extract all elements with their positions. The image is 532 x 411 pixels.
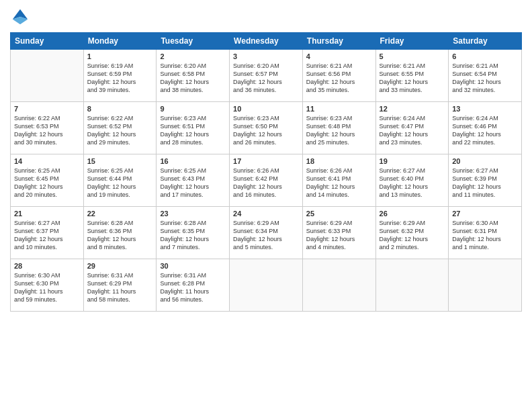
calendar-cell: 19Sunrise: 6:27 AM Sunset: 6:40 PM Dayli…	[375, 154, 449, 207]
calendar-cell: 4Sunrise: 6:21 AM Sunset: 6:56 PM Daylig…	[302, 50, 375, 102]
day-number: 20	[452, 157, 518, 165]
calendar-header: SundayMondayTuesdayWednesdayThursdayFrid…	[11, 33, 522, 50]
day-number: 24	[233, 210, 299, 218]
calendar-cell: 27Sunrise: 6:30 AM Sunset: 6:31 PM Dayli…	[449, 207, 522, 259]
calendar-cell	[302, 259, 375, 312]
week-row-4: 28Sunrise: 6:30 AM Sunset: 6:30 PM Dayli…	[11, 259, 522, 312]
day-info: Sunrise: 6:27 AM Sunset: 6:39 PM Dayligh…	[452, 167, 518, 199]
day-info: Sunrise: 6:24 AM Sunset: 6:46 PM Dayligh…	[452, 114, 518, 147]
day-info: Sunrise: 6:28 AM Sunset: 6:35 PM Dayligh…	[160, 219, 226, 252]
calendar-cell: 21Sunrise: 6:27 AM Sunset: 6:37 PM Dayli…	[11, 207, 84, 259]
day-number: 9	[160, 105, 226, 113]
calendar-cell: 12Sunrise: 6:24 AM Sunset: 6:47 PM Dayli…	[375, 102, 449, 154]
day-number: 4	[306, 52, 372, 60]
week-row-1: 7Sunrise: 6:22 AM Sunset: 6:53 PM Daylig…	[11, 102, 522, 154]
day-number: 22	[87, 210, 153, 218]
day-number: 13	[452, 105, 518, 113]
header-cell-tuesday: Tuesday	[157, 33, 230, 50]
calendar-cell: 3Sunrise: 6:20 AM Sunset: 6:57 PM Daylig…	[230, 50, 303, 102]
day-info: Sunrise: 6:31 AM Sunset: 6:28 PM Dayligh…	[160, 271, 226, 304]
week-row-2: 14Sunrise: 6:25 AM Sunset: 6:45 PM Dayli…	[11, 154, 522, 207]
day-info: Sunrise: 6:20 AM Sunset: 6:58 PM Dayligh…	[160, 62, 226, 95]
calendar-cell: 17Sunrise: 6:26 AM Sunset: 6:42 PM Dayli…	[230, 154, 303, 207]
header-cell-sunday: Sunday	[11, 33, 84, 50]
header-cell-thursday: Thursday	[302, 33, 375, 50]
day-number: 30	[160, 262, 226, 270]
day-info: Sunrise: 6:31 AM Sunset: 6:29 PM Dayligh…	[87, 271, 153, 304]
calendar-cell: 10Sunrise: 6:23 AM Sunset: 6:50 PM Dayli…	[230, 102, 303, 154]
day-number: 19	[380, 157, 445, 165]
day-info: Sunrise: 6:22 AM Sunset: 6:53 PM Dayligh…	[14, 114, 80, 147]
day-info: Sunrise: 6:29 AM Sunset: 6:33 PM Dayligh…	[306, 219, 372, 252]
day-number: 11	[306, 105, 372, 113]
day-info: Sunrise: 6:25 AM Sunset: 6:45 PM Dayligh…	[14, 167, 80, 199]
day-number: 29	[87, 262, 153, 270]
day-info: Sunrise: 6:30 AM Sunset: 6:31 PM Dayligh…	[452, 219, 518, 252]
day-info: Sunrise: 6:30 AM Sunset: 6:30 PM Dayligh…	[14, 271, 80, 304]
header-cell-friday: Friday	[375, 33, 449, 50]
calendar-cell: 16Sunrise: 6:25 AM Sunset: 6:43 PM Dayli…	[157, 154, 230, 207]
week-row-0: 1Sunrise: 6:19 AM Sunset: 6:59 PM Daylig…	[11, 50, 522, 102]
day-info: Sunrise: 6:25 AM Sunset: 6:43 PM Dayligh…	[160, 167, 226, 199]
calendar-cell: 20Sunrise: 6:27 AM Sunset: 6:39 PM Dayli…	[449, 154, 522, 207]
day-number: 26	[380, 210, 445, 218]
day-number: 28	[14, 262, 80, 270]
day-number: 23	[160, 210, 226, 218]
day-info: Sunrise: 6:25 AM Sunset: 6:44 PM Dayligh…	[87, 167, 153, 199]
calendar-cell: 25Sunrise: 6:29 AM Sunset: 6:33 PM Dayli…	[302, 207, 375, 259]
day-info: Sunrise: 6:21 AM Sunset: 6:55 PM Dayligh…	[380, 62, 445, 95]
calendar-cell: 7Sunrise: 6:22 AM Sunset: 6:53 PM Daylig…	[11, 102, 84, 154]
day-info: Sunrise: 6:24 AM Sunset: 6:47 PM Dayligh…	[380, 114, 445, 147]
day-number: 8	[87, 105, 153, 113]
day-info: Sunrise: 6:27 AM Sunset: 6:40 PM Dayligh…	[380, 167, 445, 199]
day-number: 25	[306, 210, 372, 218]
day-info: Sunrise: 6:26 AM Sunset: 6:41 PM Dayligh…	[306, 167, 372, 199]
calendar-cell: 9Sunrise: 6:23 AM Sunset: 6:51 PM Daylig…	[157, 102, 230, 154]
header-row: SundayMondayTuesdayWednesdayThursdayFrid…	[11, 33, 522, 50]
day-number: 16	[160, 157, 226, 165]
calendar-cell: 15Sunrise: 6:25 AM Sunset: 6:44 PM Dayli…	[83, 154, 157, 207]
day-number: 15	[87, 157, 153, 165]
logo	[10, 7, 33, 27]
day-info: Sunrise: 6:21 AM Sunset: 6:56 PM Dayligh…	[306, 62, 372, 95]
day-number: 14	[14, 157, 80, 165]
day-number: 3	[233, 52, 299, 60]
day-number: 12	[380, 105, 445, 113]
header	[10, 7, 522, 27]
calendar-cell: 14Sunrise: 6:25 AM Sunset: 6:45 PM Dayli…	[11, 154, 84, 207]
calendar-cell: 13Sunrise: 6:24 AM Sunset: 6:46 PM Dayli…	[449, 102, 522, 154]
week-row-3: 21Sunrise: 6:27 AM Sunset: 6:37 PM Dayli…	[11, 207, 522, 259]
calendar-cell	[449, 259, 522, 312]
calendar-cell: 23Sunrise: 6:28 AM Sunset: 6:35 PM Dayli…	[157, 207, 230, 259]
calendar-cell: 1Sunrise: 6:19 AM Sunset: 6:59 PM Daylig…	[83, 50, 157, 102]
day-number: 1	[87, 52, 153, 60]
header-cell-saturday: Saturday	[449, 33, 522, 50]
page: SundayMondayTuesdayWednesdayThursdayFrid…	[0, 0, 532, 411]
calendar-cell: 8Sunrise: 6:22 AM Sunset: 6:52 PM Daylig…	[83, 102, 157, 154]
calendar-cell: 6Sunrise: 6:21 AM Sunset: 6:54 PM Daylig…	[449, 50, 522, 102]
day-info: Sunrise: 6:23 AM Sunset: 6:48 PM Dayligh…	[306, 114, 372, 147]
calendar-cell: 30Sunrise: 6:31 AM Sunset: 6:28 PM Dayli…	[157, 259, 230, 312]
calendar-cell: 18Sunrise: 6:26 AM Sunset: 6:41 PM Dayli…	[302, 154, 375, 207]
day-number: 21	[14, 210, 80, 218]
day-number: 2	[160, 52, 226, 60]
calendar-cell	[230, 259, 303, 312]
day-info: Sunrise: 6:19 AM Sunset: 6:59 PM Dayligh…	[87, 62, 153, 95]
day-info: Sunrise: 6:22 AM Sunset: 6:52 PM Dayligh…	[87, 114, 153, 147]
calendar-cell: 2Sunrise: 6:20 AM Sunset: 6:58 PM Daylig…	[157, 50, 230, 102]
day-info: Sunrise: 6:21 AM Sunset: 6:54 PM Dayligh…	[452, 62, 518, 95]
calendar-cell: 26Sunrise: 6:29 AM Sunset: 6:32 PM Dayli…	[375, 207, 449, 259]
day-number: 27	[452, 210, 518, 218]
calendar-cell: 5Sunrise: 6:21 AM Sunset: 6:55 PM Daylig…	[375, 50, 449, 102]
calendar-cell: 28Sunrise: 6:30 AM Sunset: 6:30 PM Dayli…	[11, 259, 84, 312]
calendar-cell	[11, 50, 84, 102]
day-number: 17	[233, 157, 299, 165]
day-info: Sunrise: 6:29 AM Sunset: 6:32 PM Dayligh…	[380, 219, 445, 252]
logo-icon	[10, 7, 30, 27]
day-info: Sunrise: 6:29 AM Sunset: 6:34 PM Dayligh…	[233, 219, 299, 252]
calendar-cell: 11Sunrise: 6:23 AM Sunset: 6:48 PM Dayli…	[302, 102, 375, 154]
day-number: 10	[233, 105, 299, 113]
calendar-table: SundayMondayTuesdayWednesdayThursdayFrid…	[10, 32, 522, 312]
day-number: 5	[380, 52, 445, 60]
header-cell-wednesday: Wednesday	[230, 33, 303, 50]
